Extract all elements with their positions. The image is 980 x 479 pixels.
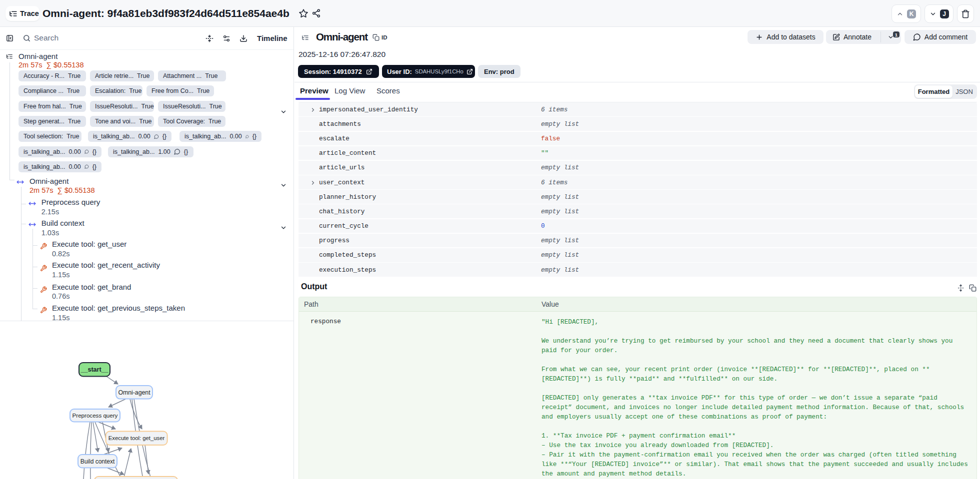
- svg-text:Preprocess query: Preprocess query: [72, 412, 118, 419]
- svg-text:__start__: __start__: [80, 366, 109, 373]
- svg-text:Omni-agent: Omni-agent: [118, 389, 150, 396]
- svg-text:Build context: Build context: [80, 458, 115, 465]
- svg-text:Execute tool: get_user: Execute tool: get_user: [108, 435, 165, 441]
